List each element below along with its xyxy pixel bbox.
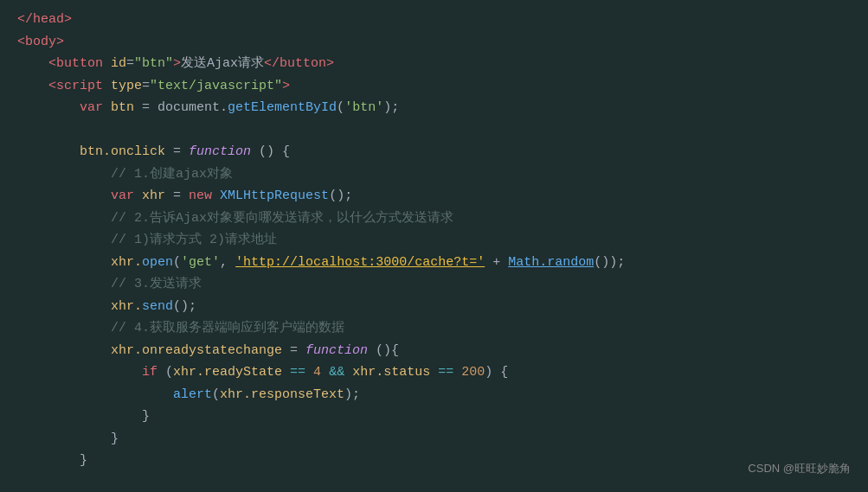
assign2: = bbox=[173, 141, 189, 163]
and-op: && bbox=[329, 361, 352, 384]
indent-18 bbox=[17, 450, 80, 472]
num-200: 200 bbox=[461, 361, 485, 384]
paren2: ); bbox=[383, 97, 399, 119]
tag-button-open: <button bbox=[48, 53, 111, 75]
tag-close-head: </head> bbox=[17, 9, 72, 31]
code-line-9: var xhr = new XMLHttpRequest (); bbox=[17, 185, 851, 208]
code-line-17: if ( xhr.readyState == 4 && xhr.status =… bbox=[17, 361, 851, 384]
keyword-function1: function bbox=[189, 141, 259, 163]
indent-16 bbox=[17, 406, 142, 428]
equals: = bbox=[126, 53, 134, 75]
code-line-14: xhr. send (); bbox=[17, 296, 851, 318]
comment1: // 1.创建ajax对象 bbox=[111, 163, 233, 186]
open-paren: ( bbox=[173, 252, 181, 274]
plus-op: + bbox=[485, 252, 508, 274]
send-method: send bbox=[142, 296, 173, 318]
tag-button-close: </button> bbox=[264, 53, 334, 75]
btn-onclick: btn.onclick bbox=[80, 141, 173, 163]
code-line-5: var btn = document. getElementById ( 'bt… bbox=[17, 97, 851, 119]
code-line-6 bbox=[17, 119, 851, 142]
var-btn: btn bbox=[111, 97, 142, 119]
var-xhr: xhr bbox=[142, 185, 173, 208]
code-line-20: } bbox=[17, 428, 851, 450]
code-line-4: <script type = "text/javascript" > bbox=[17, 75, 851, 98]
if-paren-close: ) { bbox=[485, 361, 508, 384]
code-editor: </head> <body> <button id = "btn" > 发送Aj… bbox=[0, 0, 868, 489]
eq: = bbox=[142, 75, 150, 98]
send-paren: (); bbox=[173, 296, 196, 318]
code-line-1: </head> bbox=[17, 9, 851, 31]
indent-7 bbox=[17, 208, 111, 230]
keyword-function2: function bbox=[305, 340, 376, 362]
indent-13 bbox=[17, 340, 111, 362]
indent-10 bbox=[17, 273, 111, 296]
code-line-7: btn.onclick = function () { bbox=[17, 141, 851, 163]
response-text: xhr.responseText bbox=[220, 384, 344, 406]
indent-2 bbox=[17, 75, 48, 98]
eq-eq1: == bbox=[290, 361, 313, 384]
indent-5 bbox=[17, 163, 111, 186]
indent-12 bbox=[17, 317, 111, 340]
attr-id: id bbox=[111, 53, 126, 75]
random-paren: ()); bbox=[594, 252, 625, 274]
if-paren-open: ( bbox=[165, 361, 173, 384]
xhr-onready: xhr.onreadystatechange bbox=[111, 340, 290, 362]
code-line-16: xhr.onreadystatechange = function (){ bbox=[17, 340, 851, 362]
tag-open-body: <body> bbox=[17, 31, 64, 54]
readystate-var: xhr.readyState bbox=[173, 361, 290, 384]
keyword-if: if bbox=[142, 361, 165, 384]
tag-script-open: <script bbox=[48, 75, 111, 98]
indent-3 bbox=[17, 97, 80, 119]
tag-button-gt: > bbox=[173, 53, 181, 75]
math-random: Math.random bbox=[508, 252, 594, 274]
code-line-13: // 3.发送请求 bbox=[17, 273, 851, 296]
assign1: = bbox=[142, 97, 158, 119]
code-line-11: // 1)请求方式 2)请求地址 bbox=[17, 229, 851, 252]
comment3: // 1)请求方式 2)请求地址 bbox=[111, 229, 277, 252]
code-line-21: } bbox=[17, 450, 851, 472]
indent-6 bbox=[17, 185, 111, 208]
keyword-new: new bbox=[189, 185, 220, 208]
xhr-open-call: xhr. bbox=[111, 252, 142, 274]
indent-15 bbox=[17, 384, 173, 406]
comment2: // 2.告诉Ajax对象要向哪发送请求，以什么方式发送请求 bbox=[111, 208, 453, 230]
watermark: CSDN @旺旺妙脆角 bbox=[748, 459, 851, 478]
comma1: , bbox=[220, 252, 235, 274]
indent-11 bbox=[17, 296, 111, 318]
indent-17 bbox=[17, 428, 111, 450]
attr-type: type bbox=[111, 75, 142, 98]
alert-paren-open: ( bbox=[212, 384, 220, 406]
xhr-send: xhr. bbox=[111, 296, 142, 318]
keyword-var2: var bbox=[111, 185, 142, 208]
comment4: // 3.发送请求 bbox=[111, 273, 202, 296]
num-4: 4 bbox=[313, 361, 329, 384]
code-line-18: alert ( xhr.responseText ); bbox=[17, 384, 851, 406]
func-paren1: () { bbox=[259, 141, 290, 163]
code-line-15: // 4.获取服务器端响应到客户端的数据 bbox=[17, 317, 851, 340]
eq-eq2: == bbox=[438, 361, 461, 384]
attr-id-value: "btn" bbox=[134, 53, 173, 75]
attr-type-value: "text/javascript" bbox=[150, 75, 282, 98]
func-paren2: (){ bbox=[376, 340, 399, 362]
code-line-2: <body> bbox=[17, 31, 851, 54]
indent-4 bbox=[17, 141, 80, 163]
brace-close1: } bbox=[142, 406, 150, 428]
comment5: // 4.获取服务器端响应到客户端的数据 bbox=[111, 317, 344, 340]
indent-1 bbox=[17, 53, 48, 75]
brace-close2: } bbox=[111, 428, 119, 450]
code-line-8: // 1.创建ajax对象 bbox=[17, 163, 851, 186]
xhr-paren: (); bbox=[329, 185, 352, 208]
keyword-var1: var bbox=[80, 97, 111, 119]
assign3: = bbox=[173, 185, 189, 208]
code-line-12: xhr. open ( 'get' , 'http://localhost:30… bbox=[17, 252, 851, 274]
alert-paren-close: ); bbox=[344, 384, 360, 406]
assign4: = bbox=[290, 340, 305, 362]
getbyid: getElementById bbox=[228, 97, 337, 119]
method-get: 'get' bbox=[181, 252, 220, 274]
brace-close3: } bbox=[80, 450, 87, 472]
alert-call: alert bbox=[173, 384, 212, 406]
indent-9 bbox=[17, 252, 111, 274]
indent-8 bbox=[17, 229, 111, 252]
status-var: xhr.status bbox=[352, 361, 438, 384]
document: document. bbox=[158, 97, 228, 119]
